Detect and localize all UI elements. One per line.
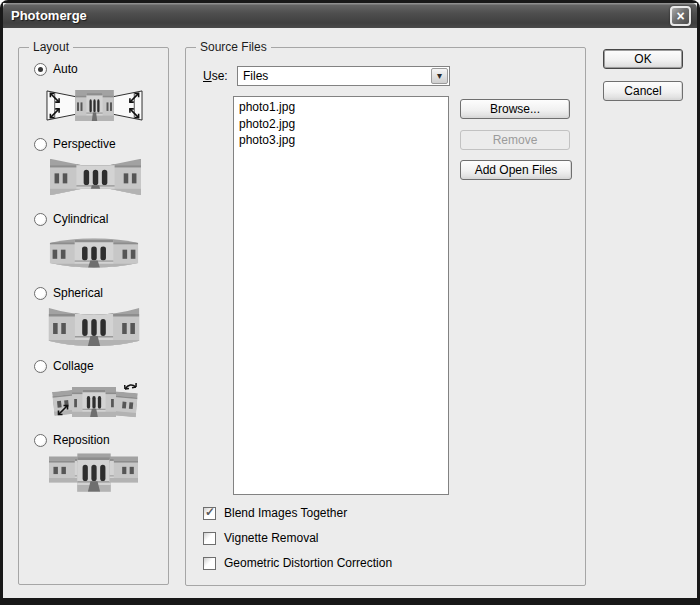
radio-perspective[interactable]: Perspective — [34, 137, 116, 151]
close-button[interactable]: × — [670, 6, 691, 26]
use-dropdown[interactable]: Files ▾ — [237, 66, 450, 86]
source-files-group-label: Source Files — [196, 40, 271, 54]
radio-collage-label: Collage — [53, 359, 94, 373]
title-bar[interactable]: Photomerge × — [3, 3, 697, 28]
dropdown-arrow-icon[interactable]: ▾ — [431, 68, 448, 84]
radio-reposition-circle[interactable] — [34, 434, 47, 447]
checkbox-geometric-box[interactable] — [203, 557, 216, 570]
list-item[interactable]: photo3.jpg — [234, 132, 448, 149]
checkbox-vignette-box[interactable] — [203, 532, 216, 545]
radio-reposition-label: Reposition — [53, 433, 110, 447]
radio-reposition[interactable]: Reposition — [34, 433, 110, 447]
spherical-thumbnail — [47, 307, 141, 347]
radio-auto-circle[interactable] — [34, 63, 47, 76]
use-label: Use: — [203, 66, 228, 86]
radio-spherical-circle[interactable] — [34, 287, 47, 300]
radio-spherical[interactable]: Spherical — [34, 286, 103, 300]
checkbox-vignette-label: Vignette Removal — [224, 531, 319, 545]
check-icon: ✓ — [205, 505, 215, 519]
source-files-list[interactable]: photo1.jpg photo2.jpg photo3.jpg — [233, 96, 449, 495]
checkbox-geometric-distortion[interactable]: Geometric Distortion Correction — [203, 556, 392, 570]
checkbox-vignette-removal[interactable]: Vignette Removal — [203, 531, 319, 545]
radio-collage-circle[interactable] — [34, 360, 47, 373]
add-open-files-button[interactable]: Add Open Files — [460, 160, 572, 180]
use-dropdown-value: Files — [238, 69, 430, 83]
radio-cylindrical-label: Cylindrical — [53, 212, 108, 226]
checkbox-geometric-label: Geometric Distortion Correction — [224, 556, 392, 570]
checkbox-blend-label: Blend Images Together — [224, 506, 347, 520]
radio-collage[interactable]: Collage — [34, 359, 94, 373]
radio-cylindrical[interactable]: Cylindrical — [34, 212, 108, 226]
layout-group-label: Layout — [29, 40, 73, 54]
auto-thumbnail — [46, 88, 143, 123]
dialog-body: Photomerge × Layout Auto Perspectiv — [3, 3, 697, 598]
photomerge-dialog: Photomerge × Layout Auto Perspectiv — [0, 0, 700, 605]
radio-perspective-circle[interactable] — [34, 138, 47, 151]
browse-button[interactable]: Browse... — [460, 99, 570, 119]
radio-auto[interactable]: Auto — [34, 62, 78, 76]
radio-auto-label: Auto — [53, 62, 78, 76]
perspective-thumbnail — [50, 157, 141, 197]
radio-cylindrical-circle[interactable] — [34, 213, 47, 226]
list-item[interactable]: photo2.jpg — [234, 116, 448, 133]
cancel-button[interactable]: Cancel — [603, 81, 683, 101]
close-icon: × — [676, 8, 684, 24]
reposition-thumbnail — [48, 452, 139, 493]
radio-spherical-label: Spherical — [53, 286, 103, 300]
window-title: Photomerge — [11, 8, 670, 23]
checkbox-blend-box[interactable]: ✓ — [203, 507, 216, 520]
cylindrical-thumbnail — [48, 236, 140, 270]
remove-button: Remove — [460, 130, 570, 150]
ok-button[interactable]: OK — [603, 49, 683, 69]
radio-perspective-label: Perspective — [53, 137, 116, 151]
checkbox-blend-images[interactable]: ✓ Blend Images Together — [203, 506, 347, 520]
list-item[interactable]: photo1.jpg — [234, 99, 448, 116]
collage-thumbnail — [48, 380, 140, 422]
